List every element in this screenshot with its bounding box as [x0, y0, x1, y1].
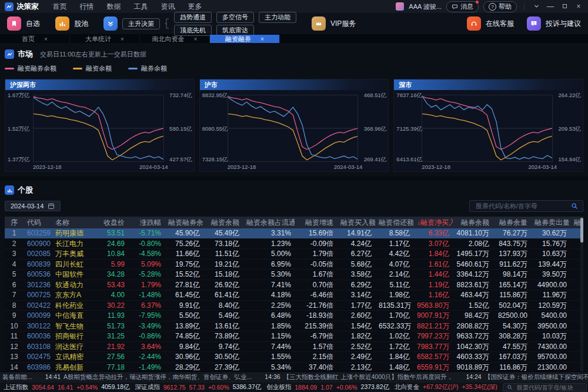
- table-row[interactable]: 3002085万丰奥威10.84-4.58%11.66亿11.51亿5.00%1…: [5, 249, 583, 260]
- chart-title: 深市: [394, 79, 583, 90]
- y-axis-tick: 1.67万亿: [8, 92, 30, 99]
- table-cell: 502.04万: [493, 301, 531, 311]
- scrollbar[interactable]: [580, 217, 583, 371]
- table-cell: 招商银行: [52, 331, 93, 341]
- minimize-button[interactable]: —: [546, 2, 555, 11]
- column-header[interactable]: 融资余额占流通股比: [243, 217, 295, 228]
- table-cell: 76.27万: [493, 228, 531, 238]
- menu-item[interactable]: 首页: [53, 2, 67, 12]
- table-row[interactable]: 9000099中信海直11.93-7.95%5.50亿5.49亿6.48%-18…: [5, 311, 583, 321]
- strategy-button[interactable]: 顶底先机: [174, 25, 212, 36]
- table-row[interactable]: 5600536中国软件34.28-5.28%15.52亿15.18亿5.30%1…: [5, 270, 583, 280]
- tab-close-icon[interactable]: ×: [121, 36, 124, 42]
- menu-item[interactable]: 数据: [107, 2, 121, 12]
- online-service-button[interactable]: 在线客服: [467, 16, 514, 31]
- column-header[interactable]: 融资买入额: [337, 217, 375, 228]
- table-cell: 8821.21万: [413, 321, 453, 331]
- column-header[interactable]: 融券卖出量: [531, 217, 570, 228]
- bookmark-icon: [7, 16, 21, 31]
- date-picker[interactable]: 2024-03-14: [5, 201, 61, 211]
- table-cell: 1.57倍: [295, 342, 337, 352]
- column-header[interactable]: 融券余额: [453, 217, 493, 228]
- feedback-button[interactable]: 投诉与建议: [527, 16, 581, 31]
- strategy-button[interactable]: 主力动能: [259, 12, 296, 23]
- y-axis-tick: 264.22亿: [558, 92, 581, 99]
- table-row[interactable]: 14603986兆易创新77.18-1.49%28.29亿27.39亿5.34%…: [5, 363, 583, 373]
- table-row[interactable]: 2600900长江电力24.69-0.80%75.26亿73.18亿1.23%-…: [5, 239, 583, 250]
- column-header[interactable]: 序: [5, 217, 24, 228]
- column-header[interactable]: 收盘价: [93, 217, 128, 228]
- avatar[interactable]: [396, 2, 404, 11]
- stock-search: [469, 200, 583, 212]
- scrollbar-thumb[interactable]: [580, 218, 583, 242]
- table-cell: 15.69倍: [295, 228, 337, 238]
- table-row[interactable]: 6301236软通动力53.431.79%27.81亿26.92亿7.41%0.…: [5, 280, 583, 291]
- stock-pool-button[interactable]: 股池: [55, 16, 88, 31]
- market-title: 市场: [18, 49, 33, 59]
- favorites-button[interactable]: 自选: [7, 16, 40, 31]
- search-icon[interactable]: [571, 202, 578, 210]
- statusbar-search-input[interactable]: [516, 384, 583, 391]
- market-icon: [5, 49, 14, 59]
- table-cell: 30.22: [93, 301, 128, 311]
- table-row[interactable]: 1603259药明康德53.51-5.71%45.90亿45.49亿3.31%1…: [5, 228, 583, 239]
- tab[interactable]: 融资融券×: [210, 35, 280, 44]
- tab-close-icon[interactable]: ×: [44, 36, 48, 42]
- chart-body: 8832.95亿8080.55亿7328.15亿468.51亿368.96亿26…: [200, 90, 389, 171]
- column-header[interactable]: 涨跌幅: [128, 217, 165, 228]
- tab[interactable]: 首页×: [0, 35, 70, 44]
- messages-button[interactable]: 消息: [446, 1, 479, 12]
- tab[interactable]: 南北向资金×: [140, 35, 210, 44]
- vip-button[interactable]: VIP服务: [312, 16, 356, 31]
- column-header[interactable]: 融资融券余额: [165, 217, 203, 228]
- x-axis-tick: 2023-12-18: [228, 164, 256, 170]
- column-header[interactable]: 融资偿还额: [375, 217, 413, 228]
- column-header[interactable]: 融资增速: [295, 217, 337, 228]
- column-header[interactable]: ↓融资净买入额: [413, 217, 453, 228]
- strategy-button[interactable]: 筑底雷达: [216, 25, 254, 36]
- tab-close-icon[interactable]: ×: [260, 36, 264, 42]
- menu-item[interactable]: 资讯: [161, 2, 175, 12]
- table-cell: 1.55%: [243, 352, 295, 362]
- collapse-chevron-icon[interactable]: [532, 2, 541, 11]
- tab[interactable]: 大单统计×: [70, 35, 140, 44]
- table-cell: 73.89亿: [203, 331, 243, 341]
- table-cell: 77.18: [93, 363, 128, 373]
- maximize-button[interactable]: [560, 2, 569, 11]
- table-row[interactable]: 8002422科伦药业30.226.37%9.91亿8.40亿2.25%-21.…: [5, 301, 583, 311]
- table-body: 1603259药明康德53.51-5.71%45.90亿45.49亿3.31%1…: [5, 228, 583, 372]
- help-button[interactable]: ? 帮助: [483, 1, 517, 12]
- stock-search-input[interactable]: [475, 202, 567, 210]
- table-cell: -5.71%: [128, 228, 165, 238]
- table-cell: 6.95%: [243, 260, 295, 270]
- table-row[interactable]: 7000725京东方A4.00-1.48%61.45亿61.41亿4.18%-6…: [5, 290, 583, 301]
- close-button[interactable]: ×: [574, 2, 583, 11]
- strategy-button[interactable]: 趋势通道: [174, 12, 212, 23]
- column-header[interactable]: 名称: [52, 217, 93, 228]
- main-rise-button[interactable]: 主升决策: [122, 18, 160, 29]
- table-cell: 13: [5, 352, 24, 362]
- username[interactable]: AAA 波骏...: [409, 2, 442, 11]
- stock-table: 序代码名称收盘价涨跌幅融资融券余额融资余额融资余额占流通股比融资增速融资买入额融…: [5, 217, 583, 372]
- table-row[interactable]: 10300122智飞生物51.73-3.49%13.89亿13.61亿1.85%…: [5, 321, 583, 332]
- table-row[interactable]: 4600839四川长虹5.995.09%19.75亿19.21亿6.95%-0.…: [5, 260, 583, 270]
- table-row[interactable]: 11600036招商银行31.25-0.86%74.85亿73.89亿1.15%…: [5, 331, 583, 342]
- table-cell: 1.85%: [243, 321, 295, 331]
- table-cell: -3.49%: [128, 321, 165, 331]
- strategy-button[interactable]: 多空信号: [216, 12, 254, 23]
- column-header[interactable]: 融券余量: [493, 217, 531, 228]
- table-row[interactable]: 12603108润达医疗21.923.64%9.84亿9.74亿7.44%1.5…: [5, 342, 583, 353]
- menu-item[interactable]: 更多: [188, 2, 202, 12]
- table-cell: 9.91亿: [165, 301, 203, 311]
- menu-item[interactable]: 工具: [134, 2, 148, 12]
- table-row[interactable]: 13002475立讯精密27.56-2.44%30.96亿30.50亿1.55%…: [5, 352, 583, 363]
- tab-close-icon[interactable]: ×: [194, 36, 198, 42]
- legend-item: 融券余额: [128, 64, 167, 73]
- column-header[interactable]: 代码: [24, 217, 52, 228]
- table-cell: 47.55万: [493, 342, 531, 352]
- column-header[interactable]: 融资余额: [203, 217, 243, 228]
- table-cell: 3.58亿: [337, 270, 375, 280]
- table-cell: 5400.00: [531, 311, 570, 321]
- table-cell: 82500.00: [493, 311, 531, 321]
- menu-item[interactable]: 行情: [80, 2, 94, 12]
